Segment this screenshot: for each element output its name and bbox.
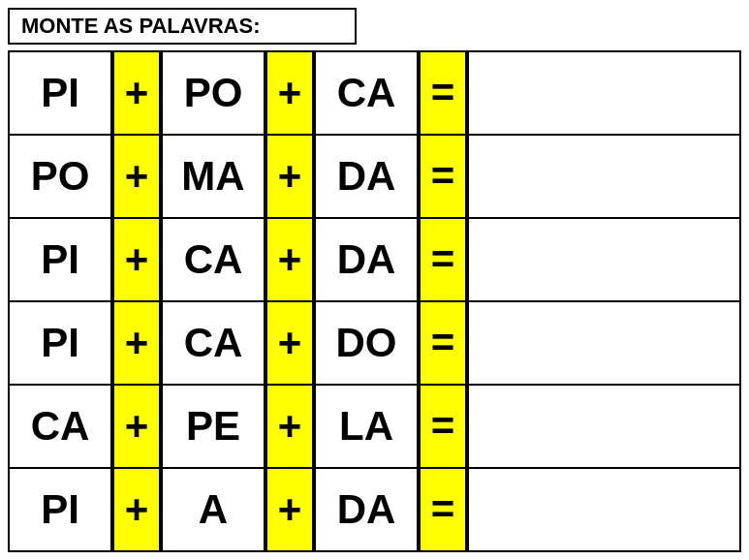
syllable-3: DO <box>314 302 419 384</box>
plus-icon-1: + <box>112 302 161 384</box>
syllable-2: A <box>161 469 265 550</box>
answer-box[interactable] <box>467 52 741 134</box>
syllable-1: PI <box>8 219 112 300</box>
equals-icon: = <box>419 469 467 550</box>
plus-icon-2: + <box>265 469 314 550</box>
word-row: PI+CA+DA= <box>8 217 741 300</box>
syllable-3: CA <box>314 52 419 134</box>
syllable-1: CA <box>8 386 112 467</box>
word-grid: PI+PO+CA=PO+MA+DA=PI+CA+DA=PI+CA+DO=CA+P… <box>8 50 741 552</box>
equals-icon: = <box>419 302 467 384</box>
equals-icon: = <box>419 219 467 300</box>
plus-icon-2: + <box>265 386 314 467</box>
syllable-3: DA <box>314 469 419 550</box>
answer-box[interactable] <box>467 219 741 300</box>
plus-icon-2: + <box>265 302 314 384</box>
answer-box[interactable] <box>467 136 741 217</box>
syllable-1: PI <box>8 302 112 384</box>
plus-icon-2: + <box>265 219 314 300</box>
plus-icon-1: + <box>112 469 161 550</box>
equals-icon: = <box>419 386 467 467</box>
equals-icon: = <box>419 136 467 217</box>
syllable-3: DA <box>314 136 419 217</box>
plus-icon-1: + <box>112 136 161 217</box>
plus-icon-1: + <box>112 386 161 467</box>
word-row: PO+MA+DA= <box>8 134 741 217</box>
word-row: PI+PO+CA= <box>8 50 741 134</box>
plus-icon-2: + <box>265 52 314 134</box>
equals-icon: = <box>419 52 467 134</box>
syllable-2: CA <box>161 219 265 300</box>
title: MONTE AS PALAVRAS: <box>8 8 357 45</box>
word-row: CA+PE+LA= <box>8 384 741 467</box>
syllable-2: MA <box>161 136 265 217</box>
answer-box[interactable] <box>467 469 741 550</box>
syllable-2: PE <box>161 386 265 467</box>
answer-box[interactable] <box>467 386 741 467</box>
syllable-2: PO <box>161 52 265 134</box>
page: MONTE AS PALAVRAS: PI+PO+CA=PO+MA+DA=PI+… <box>0 0 749 560</box>
answer-box[interactable] <box>467 302 741 384</box>
syllable-1: PI <box>8 469 112 550</box>
word-row: PI+A+DA= <box>8 467 741 552</box>
plus-icon-1: + <box>112 52 161 134</box>
syllable-3: DA <box>314 219 419 300</box>
syllable-2: CA <box>161 302 265 384</box>
syllable-1: PO <box>8 136 112 217</box>
plus-icon-2: + <box>265 136 314 217</box>
syllable-1: PI <box>8 52 112 134</box>
word-row: PI+CA+DO= <box>8 300 741 384</box>
syllable-3: LA <box>314 386 419 467</box>
plus-icon-1: + <box>112 219 161 300</box>
